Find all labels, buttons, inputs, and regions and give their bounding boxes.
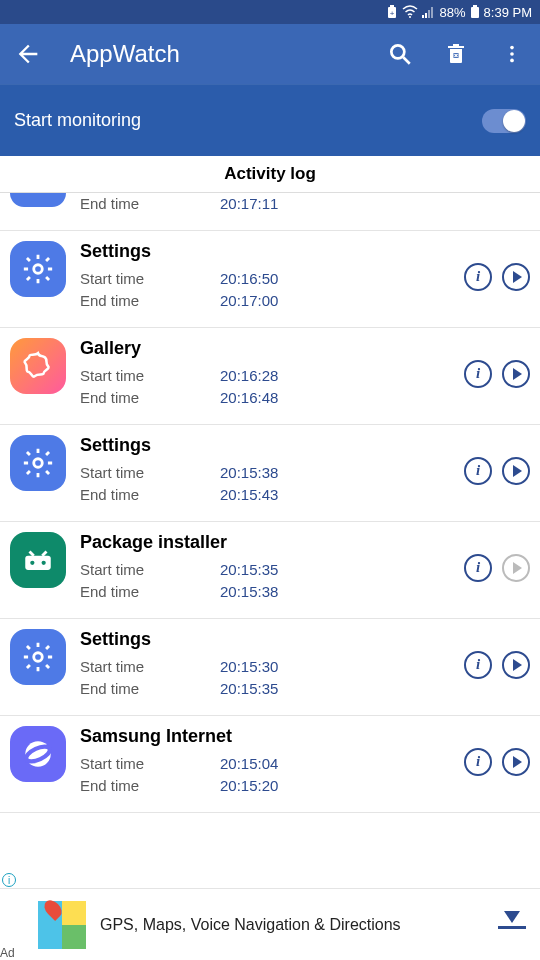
ad-text: GPS, Maps, Voice Navigation & Directions [100,916,498,934]
end-label: End time [80,387,220,410]
end-label: End time [80,775,220,798]
svg-rect-18 [25,555,51,569]
info-button[interactable] [464,360,492,388]
svg-point-15 [510,59,514,63]
app-icon [10,532,66,588]
end-value: 20:17:00 [220,290,278,313]
svg-line-22 [42,551,46,555]
end-value: 20:15:38 [220,581,278,604]
end-value: 20:16:48 [220,387,278,410]
end-value: 20:15:43 [220,484,278,507]
signal-icon [422,6,436,18]
start-value: 20:15:04 [220,753,278,776]
svg-point-3 [409,16,411,18]
end-label: End time [80,484,220,507]
app-title: AppWatch [70,40,358,68]
activity-row: SettingsStart time20:15:38End time20:15:… [0,425,540,522]
start-label: Start time [80,559,220,582]
monitoring-banner: Start monitoring [0,84,540,156]
svg-line-21 [30,551,34,555]
back-icon[interactable] [14,40,42,68]
end-value: 20:17:11 [220,193,278,216]
section-header: Activity log [0,156,540,193]
svg-point-13 [510,46,514,50]
activity-row: GalleryStart time20:16:28End time20:16:4… [0,328,540,425]
activity-row: End time20:17:11 [0,193,540,231]
info-button[interactable] [464,554,492,582]
search-icon[interactable] [386,40,414,68]
start-label: Start time [80,365,220,388]
activity-row: SettingsStart time20:15:30End time20:15:… [0,619,540,716]
ad-badge: Ad [0,946,15,960]
wifi-icon [402,5,418,19]
ad-banner[interactable]: i Ad GPS, Maps, Voice Navigation & Direc… [0,888,540,960]
svg-point-17 [34,458,43,467]
activity-row: Package installerStart time20:15:35End t… [0,522,540,619]
activity-list: End time20:17:11SettingsStart time20:16:… [0,193,540,813]
end-value: 20:15:20 [220,775,278,798]
ad-app-icon [38,901,86,949]
svg-rect-4 [422,15,424,18]
app-icon [10,241,66,297]
play-button[interactable] [502,457,530,485]
start-value: 20:16:50 [220,268,278,291]
play-button[interactable] [502,360,530,388]
svg-rect-8 [471,7,479,18]
svg-rect-7 [431,7,433,18]
battery-icon [470,5,480,19]
svg-point-19 [30,560,34,564]
app-icon [10,435,66,491]
app-name: Settings [80,241,464,262]
play-button[interactable] [502,263,530,291]
svg-rect-6 [428,10,430,18]
play-button[interactable] [502,748,530,776]
svg-rect-1 [390,5,394,7]
end-label: End time [80,193,220,216]
play-button[interactable] [502,554,530,582]
app-name: Gallery [80,338,464,359]
svg-text:+: + [389,9,394,18]
app-bar: AppWatch [0,24,540,84]
battery-saver-icon: + [386,5,398,19]
end-label: End time [80,678,220,701]
info-button[interactable] [464,263,492,291]
monitoring-toggle[interactable] [482,109,526,133]
play-button[interactable] [502,651,530,679]
svg-point-16 [34,264,43,273]
start-label: Start time [80,268,220,291]
status-bar: + 88% 8:39 PM [0,0,540,24]
start-value: 20:15:38 [220,462,278,485]
end-label: End time [80,581,220,604]
activity-row: SettingsStart time20:16:50End time20:17:… [0,231,540,328]
overflow-menu-icon[interactable] [498,40,526,68]
app-icon [10,193,66,207]
start-label: Start time [80,462,220,485]
svg-line-11 [403,57,410,64]
clock: 8:39 PM [484,5,532,20]
info-button[interactable] [464,651,492,679]
svg-rect-9 [473,5,477,7]
app-name: Samsung Internet [80,726,464,747]
app-name: Settings [80,629,464,650]
svg-point-20 [42,560,46,564]
start-value: 20:16:28 [220,365,278,388]
info-button[interactable] [464,457,492,485]
svg-point-23 [34,652,43,661]
end-label: End time [80,290,220,313]
app-icon [10,726,66,782]
download-icon[interactable] [498,911,526,939]
end-value: 20:15:35 [220,678,278,701]
svg-point-14 [510,52,514,56]
app-name: Package installer [80,532,464,553]
app-icon [10,338,66,394]
svg-rect-5 [425,13,427,18]
info-button[interactable] [464,748,492,776]
battery-percent: 88% [440,5,466,20]
start-label: Start time [80,753,220,776]
activity-row: Samsung InternetStart time20:15:04End ti… [0,716,540,813]
adchoices-icon[interactable]: i [2,873,16,887]
app-name: Settings [80,435,464,456]
start-label: Start time [80,656,220,679]
delete-icon[interactable] [442,40,470,68]
start-value: 20:15:30 [220,656,278,679]
